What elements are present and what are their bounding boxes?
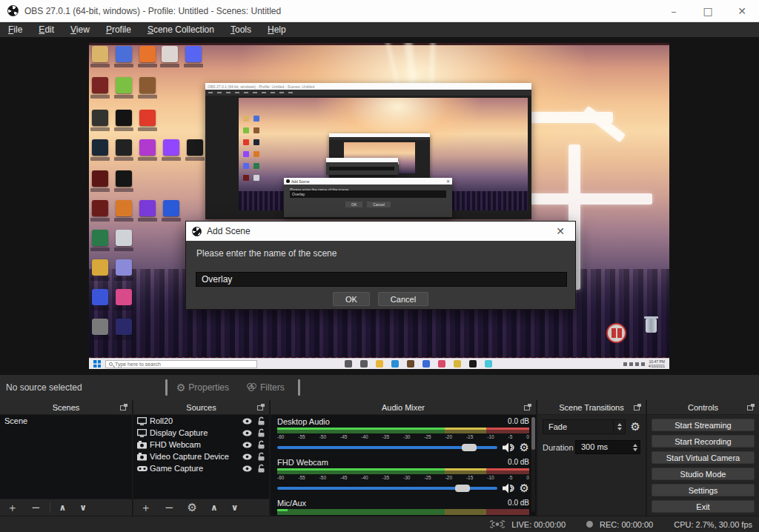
properties-button[interactable]: ⚙ Properties: [168, 382, 238, 393]
start-virtual-camera-button[interactable]: Start Virtual Camera: [652, 451, 755, 464]
cancel-button[interactable]: Cancel: [378, 292, 428, 306]
dock-float-icon: [257, 404, 265, 410]
gear-icon[interactable]: ⚙: [520, 442, 529, 453]
maximize-button[interactable]: □: [691, 0, 725, 21]
nested-menu-bar: [205, 90, 531, 96]
mixer-channel: FHD Webcam0.0 dB -60-55-50-45-40-35-30-2…: [277, 458, 529, 496]
controls-title: Controls: [647, 403, 759, 412]
dialog-close-button[interactable]: ✕: [546, 225, 575, 237]
dock-float-icon: [634, 404, 641, 410]
move-scene-up-button[interactable]: ∧: [53, 502, 73, 513]
splitter-handle[interactable]: [298, 379, 300, 396]
transition-select[interactable]: Fade: [543, 419, 626, 434]
status-bar: LIVE: 00:00:00 REC: 00:00:00 CPU: 2.7%, …: [0, 516, 759, 532]
db-value: 0.0 dB: [508, 499, 529, 509]
close-button[interactable]: ✕: [725, 0, 759, 21]
unlock-icon[interactable]: [257, 464, 265, 473]
preview-canvas[interactable]: OBS 27.0.1 (64-bit, windows) - Profile: …: [89, 43, 669, 369]
menu-tools[interactable]: Tools: [222, 23, 259, 36]
taskbar-clock: 10:47 PM 4/10/2021: [649, 359, 665, 368]
scenes-list[interactable]: Scene: [0, 415, 132, 499]
source-row[interactable]: Game Capture: [133, 462, 269, 474]
visibility-eye-icon[interactable]: [242, 418, 252, 425]
visibility-eye-icon[interactable]: [242, 442, 252, 448]
gear-icon: ⚙: [176, 382, 186, 393]
scene-transitions-panel: Scene Transitions Fade ⚙ Duration 300 ms: [537, 400, 646, 516]
source-toolbar: No source selected ⚙ Properties Filters: [0, 375, 759, 400]
taskbar-search-box: Type here to search: [105, 360, 257, 368]
duration-label: Duration: [543, 443, 575, 452]
visibility-eye-icon[interactable]: [242, 453, 252, 460]
source-status-text: No source selected: [6, 382, 82, 393]
remove-scene-button[interactable]: −: [24, 501, 47, 514]
move-source-up-button[interactable]: ∧: [204, 502, 225, 513]
slider-handle[interactable]: [462, 444, 477, 451]
volume-slider[interactable]: [277, 440, 497, 455]
remove-source-button[interactable]: −: [158, 501, 181, 514]
speaker-icon[interactable]: [503, 442, 514, 453]
menu-view[interactable]: View: [62, 23, 98, 36]
game-controller-icon: [137, 465, 150, 472]
scene-name-input[interactable]: [196, 272, 567, 287]
menu-help[interactable]: Help: [259, 23, 294, 36]
scene-list-item[interactable]: Scene: [0, 415, 132, 427]
speaker-icon[interactable]: [503, 483, 514, 493]
dialog-titlebar: Add Scene ✕: [186, 222, 575, 241]
minimize-button[interactable]: –: [657, 0, 691, 21]
sources-toolbar: ＋ − ⚙ ∧ ∨: [133, 499, 269, 516]
meter-ticks: -60-55-50-45-40-35-30-25-20-15-10-50: [277, 433, 529, 440]
menu-edit[interactable]: Edit: [30, 23, 62, 36]
visibility-eye-icon[interactable]: [242, 465, 252, 472]
move-scene-down-button[interactable]: ∨: [73, 502, 93, 513]
studio-mode-button[interactable]: Studio Mode: [652, 468, 755, 480]
nested-add-scene-dialog: Add Scene ✕ Please enter the name of the…: [284, 178, 452, 217]
close-icon: ✕: [446, 179, 450, 184]
unlock-icon[interactable]: [257, 440, 265, 449]
exit-button[interactable]: Exit: [652, 500, 755, 513]
unlock-icon[interactable]: [257, 416, 265, 425]
menu-profile[interactable]: Profile: [98, 23, 139, 36]
controls-panel: Controls Start Streaming Start Recording…: [647, 400, 759, 516]
dialog-title: Add Scene: [207, 226, 251, 236]
scenes-toolbar: ＋ − ∧ ∨: [0, 499, 132, 516]
transition-gear-icon[interactable]: ⚙: [631, 419, 640, 434]
monitor-icon: [137, 429, 150, 437]
spinner-arrows-icon[interactable]: [630, 441, 640, 453]
source-row[interactable]: Video Capture Device: [133, 450, 269, 462]
unlock-icon[interactable]: [257, 428, 265, 437]
settings-button[interactable]: Settings: [652, 484, 755, 496]
menu-scene-collection[interactable]: Scene Collection: [139, 23, 222, 36]
nested-window-title: OBS 27.0.1 (64-bit, windows) - Profile: …: [208, 84, 314, 89]
db-value: 0.0 dB: [508, 458, 529, 468]
menu-file[interactable]: File: [0, 23, 30, 36]
window-title: OBS 27.0.1 (64-bit, windows) - Profile: …: [24, 6, 281, 16]
source-row[interactable]: FHD Webcam: [133, 439, 269, 450]
duration-spinbox[interactable]: 300 ms: [575, 440, 640, 454]
search-icon: [109, 362, 113, 366]
unlock-icon[interactable]: [257, 452, 265, 461]
combo-arrows-icon: [613, 420, 625, 433]
volume-slider[interactable]: [277, 481, 497, 496]
move-source-down-button[interactable]: ∨: [225, 502, 245, 513]
add-source-button[interactable]: ＋: [133, 501, 158, 515]
filters-icon: [247, 383, 257, 392]
broadcast-icon: [490, 519, 505, 529]
gear-icon[interactable]: ⚙: [520, 482, 529, 494]
taskbar-app-icons: [345, 360, 492, 368]
source-properties-button[interactable]: ⚙: [181, 501, 204, 514]
start-streaming-button[interactable]: Start Streaming: [652, 419, 755, 431]
sources-list[interactable]: Roll20 Display Capture FHD Webcam: [133, 415, 269, 499]
filters-button[interactable]: Filters: [238, 382, 294, 393]
audio-mixer-panel: Audio Mixer Desktop Audio0.0 dB -60-55-5…: [271, 400, 536, 516]
scenes-panel: Scenes Scene ＋ − ∧ ∨: [0, 400, 132, 516]
source-row[interactable]: Display Capture: [133, 427, 269, 439]
add-scene-button[interactable]: ＋: [0, 501, 24, 515]
volume-meter: [277, 468, 529, 474]
source-row[interactable]: Roll20: [133, 415, 269, 427]
mixer-scrollbar[interactable]: [531, 417, 535, 512]
start-recording-button[interactable]: Start Recording: [652, 435, 755, 448]
slider-handle[interactable]: [455, 485, 470, 492]
ok-button[interactable]: OK: [333, 292, 370, 306]
scenes-title: Scenes: [0, 403, 132, 412]
visibility-eye-icon[interactable]: [242, 430, 252, 436]
